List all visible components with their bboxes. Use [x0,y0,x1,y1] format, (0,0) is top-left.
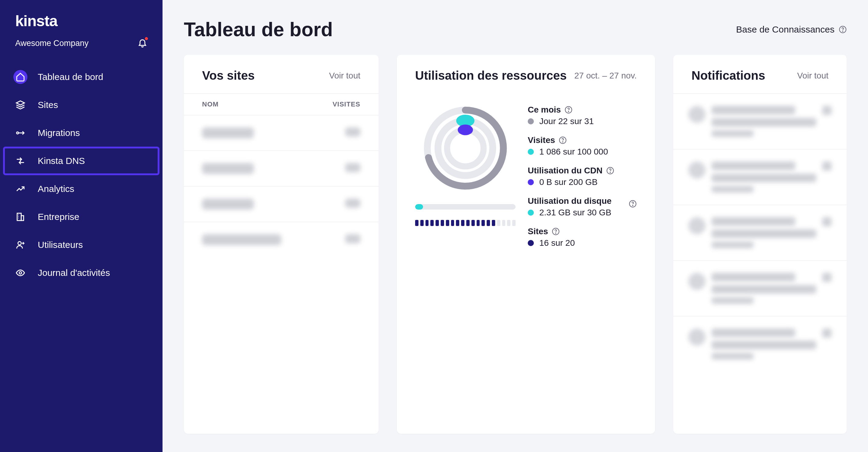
sites-rows [184,115,379,257]
sidebar-item-label: Entreprise [38,212,80,222]
help-icon[interactable] [559,136,567,144]
stat-cdn: Utilisation du CDN 0 B sur 200 GB [528,166,637,187]
sites-squares [415,220,516,226]
svg-point-0 [17,132,19,134]
svg-point-20 [632,205,633,206]
resource-body: Ce mois Jour 22 sur 31 Visites 1 086 sur… [397,93,655,266]
main: Tableau de bord Base de Connaissances Vo… [162,0,868,452]
date-range: 27 oct. – 27 nov. [574,71,637,80]
col-visits: Visites [318,100,360,108]
sidebar-item-activity[interactable]: Journal d'activités [4,260,158,286]
help-icon [839,26,847,33]
help-icon[interactable] [629,200,637,208]
bell-badge [145,37,148,40]
sidebar-item-label: Analytics [38,184,74,194]
sidebar-item-dashboard[interactable]: Tableau de bord [4,64,158,90]
card-head: Vos sites Voir tout [184,55,379,93]
list-item[interactable] [673,260,847,316]
legend-dot [528,240,534,246]
svg-point-12 [458,125,473,135]
svg-point-22 [555,233,556,234]
stat-disk: Utilisation du disque 2.31 GB sur 30 GB [528,196,637,218]
disk-bar [415,204,516,209]
sidebar-item-analytics[interactable]: Analytics [4,176,158,202]
home-icon [13,70,27,84]
sidebar-item-label: Sites [38,100,58,110]
sites-table-head: Nom Visites [184,93,379,115]
card-title: Utilisation des ressources [415,69,567,83]
help-icon[interactable] [564,106,572,114]
svg-point-14 [568,111,569,112]
svg-point-6 [842,31,843,32]
kb-label: Base de Connaissances [736,24,835,35]
page-title: Tableau de bord [184,18,333,41]
sites-view-all-link[interactable]: Voir tout [329,71,360,80]
usage-gauge [420,102,511,194]
svg-rect-1 [17,213,21,221]
svg-point-4 [19,271,22,274]
list-item[interactable] [673,205,847,260]
list-item[interactable] [673,316,847,372]
notif-view-all-link[interactable]: Voir tout [797,71,829,80]
list-item[interactable] [673,149,847,205]
trend-icon [13,182,27,196]
stat-month: Ce mois Jour 22 sur 31 [528,105,637,126]
card-title: Vos sites [202,69,255,83]
sidebar-item-label: Tableau de bord [38,72,103,82]
card-resource-usage: Utilisation des ressources 27 oct. – 27 … [397,55,655,434]
card-head: Utilisation des ressources 27 oct. – 27 … [397,55,655,93]
card-head: Notifications Voir tout [673,55,847,93]
layers-icon [13,98,27,112]
svg-point-10 [447,130,484,166]
disk-bar-fill [415,204,423,209]
sidebar: kinsta Awesome Company Tableau de bord S… [0,0,162,452]
dashboard-cards: Vos sites Voir tout Nom Visites Utilisat… [184,55,847,434]
table-row[interactable] [184,151,379,186]
sidebar-item-users[interactable]: Utilisateurs [4,232,158,258]
svg-point-16 [562,142,563,142]
gauge-column [415,102,516,248]
stats-column: Ce mois Jour 22 sur 31 Visites 1 086 sur… [528,102,637,248]
card-title: Notifications [691,69,765,83]
sidebar-item-enterprise[interactable]: Entreprise [4,204,158,230]
col-name: Nom [202,100,318,108]
knowledge-base-link[interactable]: Base de Connaissances [736,24,847,35]
sidebar-item-label: Kinsta DNS [38,156,85,166]
sidebar-item-migrations[interactable]: Migrations [4,120,158,146]
sidebar-item-sites[interactable]: Sites [4,92,158,118]
svg-point-18 [610,172,611,173]
sidebar-item-label: Journal d'activités [38,268,110,278]
stat-sites: Sites 16 sur 20 [528,227,637,248]
building-icon [13,210,27,224]
company-row: Awesome Company [0,36,162,64]
sidebar-item-label: Utilisateurs [38,240,83,250]
table-row[interactable] [184,115,379,151]
card-sites: Vos sites Voir tout Nom Visites [184,55,379,434]
svg-rect-2 [21,216,24,221]
sidebar-nav: Tableau de bord Sites Migrations Kinsta … [0,64,162,286]
list-item[interactable] [673,93,847,149]
legend-dot [528,118,534,124]
brand-logo: kinsta [0,12,162,36]
svg-point-3 [18,241,21,245]
sidebar-item-dns[interactable]: Kinsta DNS [4,148,158,174]
legend-dot [528,209,534,216]
help-icon[interactable] [606,167,614,174]
table-row[interactable] [184,186,379,222]
legend-dot [528,179,534,185]
card-notifications: Notifications Voir tout [673,55,847,434]
eye-icon [13,266,27,280]
user-plus-icon [13,238,27,252]
page-header: Tableau de bord Base de Connaissances [184,18,847,41]
notifications-bell[interactable] [137,38,147,49]
notif-rows [673,93,847,372]
table-row[interactable] [184,222,379,257]
dns-icon [13,154,27,168]
help-icon[interactable] [552,228,560,235]
migrate-icon [13,126,27,140]
sidebar-item-label: Migrations [38,128,80,138]
legend-dot [528,149,534,155]
company-name[interactable]: Awesome Company [15,39,89,48]
stat-visits: Visites 1 086 sur 100 000 [528,135,637,157]
